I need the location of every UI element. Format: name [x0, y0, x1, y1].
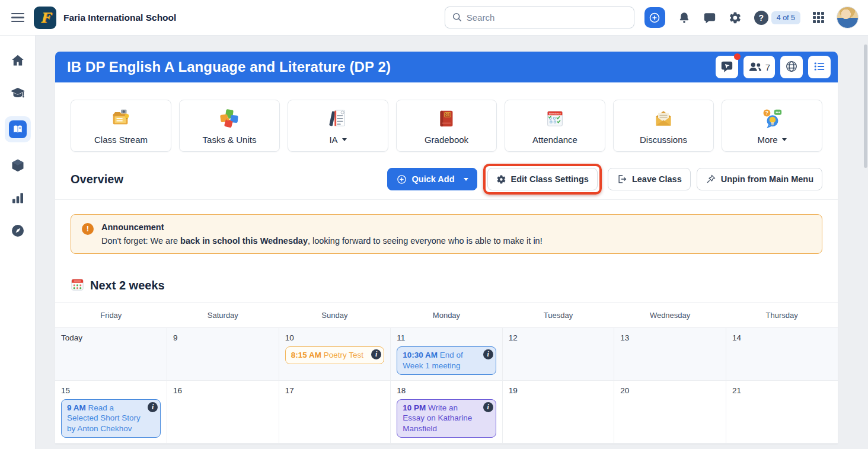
day-header: Wednesday	[614, 302, 726, 328]
class-list-button[interactable]	[808, 56, 831, 78]
quick-add-button[interactable]: Quick Add	[387, 168, 477, 190]
nav-tile-attendance[interactable]: AttendanceAttendance	[505, 100, 605, 152]
day-label: 21	[732, 386, 832, 395]
sidebar-resources-cube-icon[interactable]	[5, 156, 31, 175]
plus-circle-icon	[396, 174, 407, 185]
nav-tile-ia[interactable]: IA	[288, 100, 388, 152]
faria-logo: F	[34, 7, 56, 29]
day-label: 15	[61, 386, 161, 395]
svg-text:Attendance: Attendance	[549, 112, 561, 115]
calendar-day-cell: 21	[726, 380, 838, 443]
sidebar-academics-cap-icon[interactable]	[5, 84, 31, 103]
hamburger-menu-icon[interactable]	[11, 11, 24, 25]
announcement-text: Don't forget: We are back in school this…	[101, 236, 542, 246]
event-time: 10 PM	[403, 403, 428, 412]
event-info-icon[interactable]: i	[483, 402, 493, 412]
calendar-day-cell: 16	[167, 380, 279, 443]
svg-text:?: ?	[765, 110, 768, 116]
calendar-day-cell: 14	[726, 328, 838, 381]
dropdown-caret-icon	[464, 178, 468, 181]
class-chat-icon	[720, 60, 733, 75]
calendar-day-cell: Today	[55, 328, 167, 381]
event-time: 9 AM	[67, 403, 88, 412]
calendar-event[interactable]: 10:30 AM End of Week 1 meetingi	[397, 346, 496, 375]
calendar-week-row: Today9108:15 AM Poetry Testi1110:30 AM E…	[55, 328, 838, 381]
brand[interactable]: F Faria International School	[34, 7, 176, 29]
messages-bubble-icon[interactable]	[703, 11, 716, 24]
calendar-event[interactable]: 10 PM Write an Essay on Katharine Mansfi…	[397, 399, 496, 438]
class-title: IB DP English A Language and Literature …	[67, 59, 710, 75]
apps-grid-icon[interactable]	[813, 12, 824, 23]
classes-book-icon	[9, 120, 27, 138]
calendar-day-cell: 17	[279, 380, 391, 443]
search	[445, 7, 634, 28]
edit-class-settings-button[interactable]: Edit Class Settings	[487, 168, 598, 190]
calendar-day-cell: 159 AM Read a Selected Short Story by An…	[55, 380, 167, 443]
day-header: Sunday	[279, 302, 391, 328]
day-label: 11	[397, 333, 496, 342]
page-title: Overview	[71, 173, 123, 186]
nav-tile-gradebook[interactable]: GBGradebook	[396, 100, 497, 152]
sidebar-classes-icon[interactable]	[5, 116, 31, 142]
calendar-day-header-row: FridaySaturdaySundayMondayTuesdayWednesd…	[55, 302, 838, 328]
sidebar-analytics-chart-icon[interactable]	[5, 189, 31, 208]
calendar-event[interactable]: 9 AM Read a Selected Short Story by Anto…	[61, 399, 161, 438]
day-header: Friday	[55, 302, 167, 328]
nav-tile-label: Class Stream	[94, 135, 148, 145]
notifications-bell-icon[interactable]	[678, 11, 691, 24]
unpin-icon	[706, 174, 716, 184]
announcement-box: ! Announcement Don't forget: We are back…	[71, 214, 822, 254]
sidebar-explore-compass-icon[interactable]	[5, 221, 31, 240]
nav-tile-discussions[interactable]: Discussions	[613, 100, 714, 152]
calendar-event[interactable]: 8:15 AM Poetry Testi	[285, 346, 385, 364]
calendar-day-cell: 20	[614, 380, 726, 443]
search-input[interactable]	[445, 7, 634, 28]
nav-tile-more[interactable]: ?More	[722, 100, 822, 152]
quick-create-plus-icon[interactable]	[644, 7, 665, 28]
nav-tile-label: Tasks & Units	[203, 135, 257, 145]
class-list-icon	[813, 60, 826, 75]
gear-icon	[496, 174, 506, 184]
leave-class-button[interactable]: Leave Class	[608, 168, 691, 190]
class-members-button[interactable]: 7	[743, 56, 775, 78]
event-info-icon[interactable]: i	[148, 402, 158, 412]
settings-gear-icon[interactable]	[729, 11, 742, 24]
gradebook-icon: GB	[435, 107, 458, 130]
calendar-day-cell: 19	[502, 380, 614, 443]
day-header: Monday	[391, 302, 503, 328]
day-header: Saturday	[167, 302, 279, 328]
scrollbar[interactable]	[864, 44, 867, 168]
day-label: 13	[620, 333, 720, 342]
nav-tile-label: More	[757, 135, 777, 145]
day-header: Tuesday	[502, 302, 614, 328]
dropdown-caret-icon	[782, 138, 787, 141]
help-badge: 4 of 5	[771, 11, 800, 24]
calendar-day-cell: 13	[614, 328, 726, 381]
nav-tile-class-stream[interactable]: Class Stream	[71, 100, 171, 152]
class-stream-icon	[110, 107, 132, 130]
notification-dot	[734, 53, 741, 60]
nav-tile-label: Gradebook	[425, 135, 468, 145]
help-icon[interactable]: ? 4 of 5	[754, 11, 800, 25]
svg-text:GB: GB	[445, 113, 450, 116]
calendar-day-cell: 1110:30 AM End of Week 1 meetingi	[391, 328, 503, 381]
annotation-highlight: Edit Class Settings	[483, 164, 602, 195]
unpin-button[interactable]: Unpin from Main Menu	[697, 168, 822, 190]
sidebar-home-icon[interactable]	[5, 51, 31, 70]
event-info-icon[interactable]: i	[371, 349, 381, 359]
day-label: 17	[285, 386, 385, 395]
nav-tile-label: Discussions	[640, 135, 687, 145]
school-name: Faria International School	[63, 12, 176, 23]
left-sidebar	[0, 36, 36, 449]
class-chat-button[interactable]	[716, 56, 738, 78]
nav-tile-tasks-units[interactable]: Tasks & Units	[179, 100, 280, 152]
day-label: 12	[509, 333, 608, 342]
event-info-icon[interactable]: i	[483, 349, 493, 359]
class-site-button[interactable]	[780, 56, 803, 78]
dropdown-caret-icon	[342, 138, 347, 141]
nav-tile-label: Attendance	[532, 135, 577, 145]
event-time: 10:30 AM	[403, 351, 440, 359]
members-count: 7	[765, 62, 770, 72]
user-avatar[interactable]	[837, 7, 859, 28]
next-weeks-header: Next 2 weeks	[55, 254, 838, 302]
